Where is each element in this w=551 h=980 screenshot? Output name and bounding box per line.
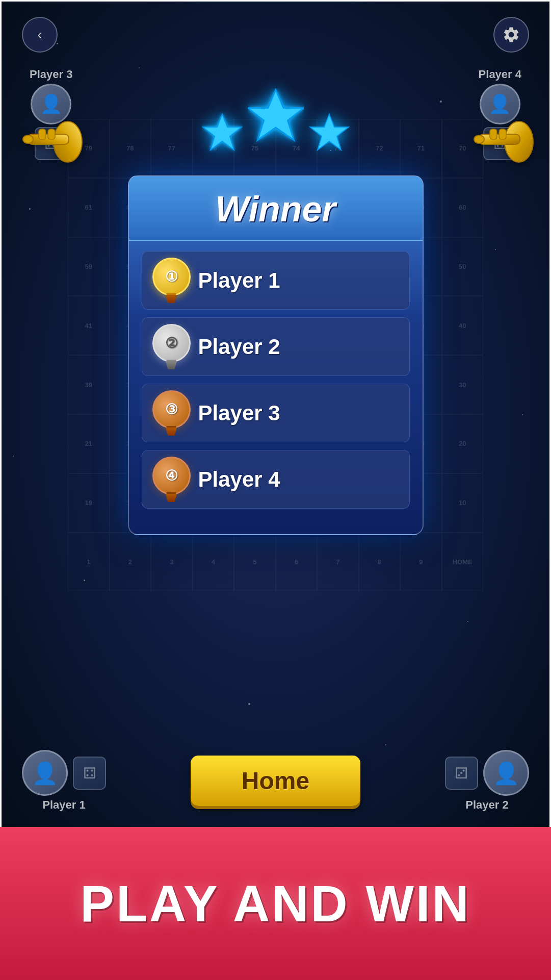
rank-item-2: ② Player 2	[142, 317, 410, 376]
svg-marker-12	[310, 114, 349, 150]
home-button[interactable]: Home	[191, 756, 360, 806]
player1-rank-name: Player 1	[198, 268, 280, 293]
game-area: ‹ Player 3 👤 ⚄ Player 4 👤 ⚃ 79 78 77 76 …	[0, 0, 551, 827]
player2-avatar-bottom: 👤	[483, 750, 529, 796]
medal-num-4: ④	[165, 469, 178, 483]
bottom-right-row: ⚂ 👤	[445, 750, 529, 796]
rank-item-4: ④ Player 4	[142, 450, 410, 509]
medal-wrapper-3: ③	[152, 390, 191, 436]
winner-dialog: Winner ① Player 1 ②	[128, 175, 424, 535]
trumpet-left-icon	[17, 104, 83, 184]
rank-item-3: ③ Player 3	[142, 384, 410, 442]
stars-display	[202, 88, 350, 162]
player3-label: Player 3	[30, 68, 72, 81]
bottom-players: 👤 ⚃ Player 1 Home ⚂ 👤 Player 2	[2, 750, 549, 812]
star-center-icon	[248, 88, 304, 157]
medal-wrapper-4: ④	[152, 457, 191, 502]
svg-rect-9	[490, 129, 497, 139]
player2-label-bottom: Player 2	[465, 798, 508, 812]
medal-silver: ②	[152, 324, 191, 362]
player2-rank-name: Player 2	[198, 335, 280, 359]
back-icon: ‹	[37, 27, 42, 43]
banner: Play And Win	[0, 827, 551, 980]
svg-point-2	[23, 135, 33, 143]
medal-num-1: ①	[165, 270, 178, 284]
svg-rect-8	[499, 129, 506, 139]
back-button[interactable]: ‹	[22, 17, 58, 53]
trumpet-right-icon	[468, 104, 534, 184]
star-left-icon	[202, 112, 243, 162]
svg-rect-3	[48, 129, 55, 139]
medal-ribbon-1	[166, 295, 177, 303]
medal-num-3: ③	[165, 403, 178, 417]
banner-text: Play And Win	[80, 874, 471, 933]
medal-bronze: ③	[152, 390, 191, 429]
medal-ribbon-4	[166, 494, 177, 502]
winner-title: Winner	[139, 189, 412, 230]
player4-rank-name: Player 4	[198, 467, 280, 492]
svg-rect-4	[39, 129, 46, 139]
rank-item-1: ① Player 1	[142, 251, 410, 310]
medal-ribbon-3	[166, 428, 177, 436]
bottom-left-row: 👤 ⚃	[22, 750, 106, 796]
player4-label: Player 4	[479, 68, 521, 81]
top-bar: ‹	[2, 17, 549, 53]
bottom-right-player: ⚂ 👤 Player 2	[445, 750, 529, 812]
settings-button[interactable]	[493, 17, 529, 53]
medal-num-2: ②	[165, 336, 178, 350]
player1-dice-bottom: ⚃	[73, 757, 106, 790]
player1-label-bottom: Player 1	[42, 798, 85, 812]
player3-rank-name: Player 3	[198, 401, 280, 425]
bottom-left-player: 👤 ⚃ Player 1	[22, 750, 106, 812]
medal-wrapper-1: ①	[152, 258, 191, 303]
medal-gold: ①	[152, 258, 191, 296]
svg-point-7	[474, 135, 484, 143]
medal-ribbon-2	[166, 361, 177, 369]
star-right-icon	[309, 112, 350, 162]
svg-marker-11	[248, 90, 304, 140]
player2-dice-bottom: ⚂	[445, 757, 478, 790]
svg-marker-10	[203, 114, 242, 150]
medal-fourth: ④	[152, 457, 191, 495]
medal-wrapper-2: ②	[152, 324, 191, 369]
winner-header: Winner	[129, 176, 423, 241]
player1-avatar-bottom: 👤	[22, 750, 68, 796]
rankings-list: ① Player 1 ② Player 2	[129, 241, 423, 519]
gear-icon	[502, 26, 520, 44]
